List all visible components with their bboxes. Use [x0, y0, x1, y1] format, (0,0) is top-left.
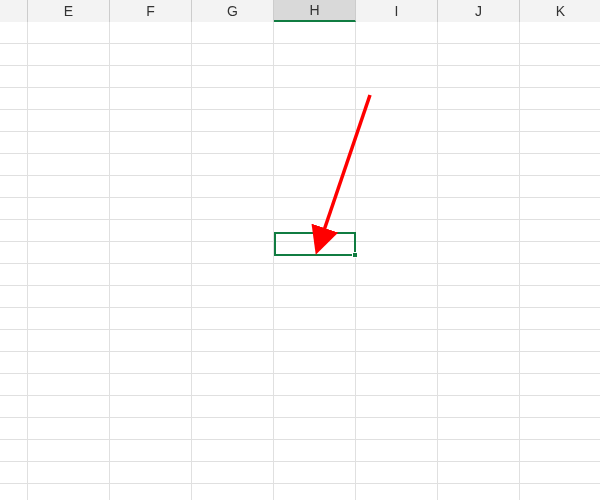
- cell[interactable]: [274, 374, 356, 396]
- cell[interactable]: [274, 242, 356, 264]
- cell[interactable]: [438, 220, 520, 242]
- cell[interactable]: [274, 176, 356, 198]
- cell[interactable]: [110, 132, 192, 154]
- cell[interactable]: [356, 110, 438, 132]
- cell[interactable]: [438, 374, 520, 396]
- column-header-G[interactable]: G: [192, 0, 274, 22]
- cell[interactable]: [0, 440, 28, 462]
- cell[interactable]: [356, 308, 438, 330]
- cell[interactable]: [274, 330, 356, 352]
- cell[interactable]: [192, 396, 274, 418]
- cell[interactable]: [520, 308, 600, 330]
- cell[interactable]: [192, 198, 274, 220]
- cell[interactable]: [356, 198, 438, 220]
- cell[interactable]: [356, 440, 438, 462]
- cell[interactable]: [0, 286, 28, 308]
- cell[interactable]: [110, 462, 192, 484]
- cell[interactable]: [356, 220, 438, 242]
- cell[interactable]: [438, 176, 520, 198]
- cell[interactable]: [28, 462, 110, 484]
- cell[interactable]: [110, 352, 192, 374]
- cell[interactable]: [438, 154, 520, 176]
- cell[interactable]: [28, 418, 110, 440]
- cell[interactable]: [520, 440, 600, 462]
- cell[interactable]: [0, 352, 28, 374]
- cell[interactable]: [110, 176, 192, 198]
- cell[interactable]: [0, 484, 28, 500]
- cell[interactable]: [274, 198, 356, 220]
- cell[interactable]: [520, 286, 600, 308]
- cell[interactable]: [28, 110, 110, 132]
- cell[interactable]: [0, 110, 28, 132]
- cell[interactable]: [356, 154, 438, 176]
- cell[interactable]: [274, 440, 356, 462]
- cell[interactable]: [356, 264, 438, 286]
- cell[interactable]: [438, 110, 520, 132]
- cell[interactable]: [192, 220, 274, 242]
- cell[interactable]: [520, 330, 600, 352]
- cell[interactable]: [274, 66, 356, 88]
- cell[interactable]: [28, 396, 110, 418]
- cell-grid[interactable]: [0, 22, 600, 500]
- cell[interactable]: [438, 242, 520, 264]
- cell[interactable]: [274, 418, 356, 440]
- cell[interactable]: [274, 88, 356, 110]
- fill-handle[interactable]: [352, 252, 358, 258]
- cell[interactable]: [438, 396, 520, 418]
- cell[interactable]: [192, 176, 274, 198]
- cell[interactable]: [110, 308, 192, 330]
- cell[interactable]: [192, 22, 274, 44]
- cell[interactable]: [520, 44, 600, 66]
- cell[interactable]: [192, 462, 274, 484]
- cell[interactable]: [520, 176, 600, 198]
- cell[interactable]: [110, 286, 192, 308]
- cell[interactable]: [438, 308, 520, 330]
- cell[interactable]: [274, 462, 356, 484]
- cell[interactable]: [356, 242, 438, 264]
- cell[interactable]: [356, 286, 438, 308]
- cell[interactable]: [438, 264, 520, 286]
- cell[interactable]: [110, 154, 192, 176]
- cell[interactable]: [28, 88, 110, 110]
- cell[interactable]: [192, 286, 274, 308]
- cell[interactable]: [110, 44, 192, 66]
- cell[interactable]: [356, 44, 438, 66]
- cell[interactable]: [110, 242, 192, 264]
- cell[interactable]: [520, 396, 600, 418]
- cell[interactable]: [28, 176, 110, 198]
- cell[interactable]: [0, 66, 28, 88]
- cell[interactable]: [28, 198, 110, 220]
- cell[interactable]: [356, 88, 438, 110]
- cell[interactable]: [520, 198, 600, 220]
- cell[interactable]: [0, 462, 28, 484]
- cell[interactable]: [110, 418, 192, 440]
- cell[interactable]: [438, 66, 520, 88]
- cell[interactable]: [520, 110, 600, 132]
- cell[interactable]: [274, 154, 356, 176]
- column-header-partial[interactable]: [0, 0, 28, 22]
- cell[interactable]: [0, 88, 28, 110]
- cell[interactable]: [110, 198, 192, 220]
- cell[interactable]: [192, 440, 274, 462]
- cell[interactable]: [110, 88, 192, 110]
- cell[interactable]: [28, 484, 110, 500]
- cell[interactable]: [438, 286, 520, 308]
- cell[interactable]: [356, 418, 438, 440]
- cell[interactable]: [192, 154, 274, 176]
- column-header-K[interactable]: K: [520, 0, 600, 22]
- cell[interactable]: [28, 440, 110, 462]
- cell[interactable]: [438, 88, 520, 110]
- cell[interactable]: [356, 484, 438, 500]
- cell[interactable]: [520, 66, 600, 88]
- cell[interactable]: [520, 484, 600, 500]
- cell[interactable]: [0, 264, 28, 286]
- cell[interactable]: [438, 330, 520, 352]
- cell[interactable]: [356, 396, 438, 418]
- cell[interactable]: [110, 66, 192, 88]
- cell[interactable]: [28, 286, 110, 308]
- cell[interactable]: [110, 440, 192, 462]
- cell[interactable]: [110, 110, 192, 132]
- cell[interactable]: [274, 352, 356, 374]
- cell[interactable]: [192, 330, 274, 352]
- cell[interactable]: [520, 462, 600, 484]
